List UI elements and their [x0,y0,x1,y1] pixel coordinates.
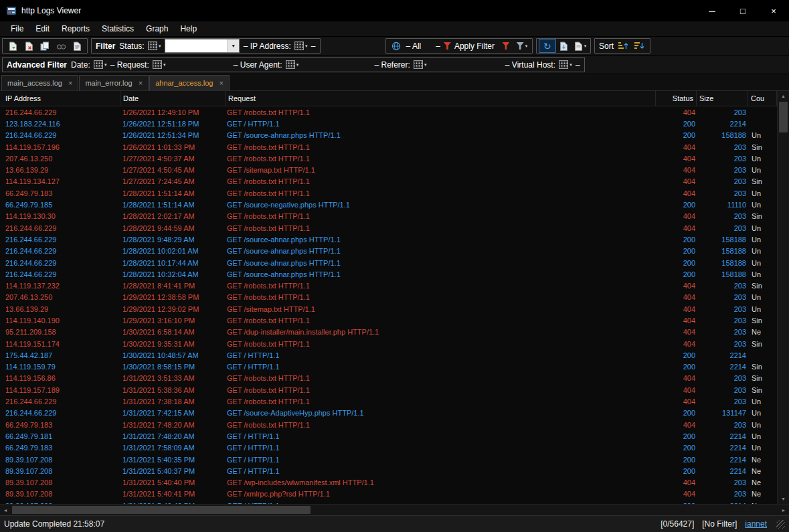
menu-edit[interactable]: Edit [29,23,56,35]
cell-ip: 216.244.66.229 [0,108,120,116]
table-row[interactable]: 13.66.139.291/29/2021 12:39:02 PMGET /si… [0,303,777,315]
tab-close-icon[interactable]: × [139,79,143,87]
ip-filter-picker-button[interactable]: ▾ [293,39,309,52]
minimize-button[interactable]: ─ [697,0,727,21]
scroll-down-button[interactable]: ▼ [778,494,789,504]
open-log-button[interactable] [5,39,21,52]
table-row[interactable]: 114.119.140.1901/29/2021 3:16:10 PMGET /… [0,315,777,326]
menu-help[interactable]: Help [174,23,203,35]
tab-close-icon[interactable]: × [219,79,223,87]
clear-filter-button[interactable] [498,39,514,52]
tab-main-error-log[interactable]: main_error.log× [79,75,149,90]
table-row[interactable]: 89.39.107.2081/31/2021 5:40:35 PMGET / H… [0,454,777,465]
scroll-left-button[interactable]: ◄ [0,508,11,513]
menu-file[interactable]: File [5,23,29,35]
date-filter-picker-button[interactable]: ▾ [92,58,108,71]
table-row[interactable]: 216.244.66.2291/28/2021 9:44:59 AMGET /r… [0,222,777,234]
filter-options-button[interactable]: ▾ [514,39,530,52]
tab-main-access-log[interactable]: main_access.log× [1,75,78,90]
report-menu-button[interactable]: ▾ [572,39,588,52]
table-row[interactable]: 175.44.42.1871/30/2021 10:48:57 AMGET / … [0,349,777,361]
export-log-button[interactable] [69,39,85,52]
table-row[interactable]: 216.244.66.2291/28/2021 9:48:29 AMGET /s… [0,234,777,245]
auto-refresh-toggle-button[interactable]: ↻ [539,39,556,53]
table-row[interactable]: 89.39.107.2081/31/2021 5:40:43 PMGET / H… [0,500,777,504]
status-filter-combobox[interactable]: ▼ [165,39,240,53]
table-row[interactable]: 89.39.107.2081/31/2021 5:40:41 PMGET /xm… [0,489,777,500]
cell-date: 1/31/2021 3:51:33 AM [120,374,224,382]
request-filter-picker-button[interactable]: ▾ [151,58,167,71]
table-row[interactable]: 216.244.66.2291/26/2021 12:49:10 PMGET /… [0,106,777,118]
table-row[interactable]: 216.244.66.2291/28/2021 10:02:01 AMGET /… [0,246,777,257]
merge-logs-button[interactable] [37,39,53,52]
column-header-status[interactable]: Status [656,91,697,106]
table-row[interactable]: 114.119.151.1741/30/2021 9:35:31 AMGET /… [0,338,777,349]
tab-close-icon[interactable]: × [68,79,72,87]
table-row[interactable]: 216.244.66.2291/28/2021 10:17:44 AMGET /… [0,257,777,268]
sort-descending-button[interactable] [632,39,648,52]
view-log-button[interactable] [53,39,69,52]
vertical-scrollbar-thumb[interactable] [779,102,788,132]
tab-ahnar-access-log[interactable]: ahnar_access.log× [149,75,230,90]
referer-filter-picker-button[interactable]: ▾ [412,58,428,71]
user-agent-filter-picker-button[interactable]: ▾ [284,58,300,71]
close-button[interactable]: × [758,0,789,21]
resize-grip[interactable] [776,520,785,529]
table-row[interactable]: 123.183.224.1161/26/2021 12:51:18 PMGET … [0,118,777,129]
sort-ascending-button[interactable] [616,39,632,52]
cell-request: GET /xmlrpc.php?rsd HTTP/1.1 [224,490,658,498]
vertical-scrollbar-track[interactable] [778,101,789,494]
table-row[interactable]: 207.46.13.2501/29/2021 12:38:58 PMGET /r… [0,292,777,303]
tail-log-button[interactable] [556,39,572,52]
table-row[interactable]: 89.39.107.2081/31/2021 5:40:37 PMGET / H… [0,465,777,476]
table-row[interactable]: 114.119.157.1961/26/2021 1:01:33 PMGET /… [0,141,777,153]
apply-filter-button[interactable]: Apply Filter [442,39,498,52]
column-header-date[interactable]: Date [120,91,226,106]
table-row[interactable]: 89.39.107.2081/31/2021 5:40:40 PMGET /wp… [0,477,777,489]
scroll-up-button[interactable]: ▲ [778,91,789,101]
scope-button[interactable] [388,39,404,52]
maximize-button[interactable]: □ [727,0,758,21]
virtual-host-filter-picker-button[interactable]: ▾ [557,58,574,71]
table-row[interactable]: 66.249.79.1831/31/2021 7:58:09 AMGET / H… [0,442,777,454]
scroll-right-button[interactable]: ► [778,508,789,513]
table-row[interactable]: 95.211.209.1581/30/2021 6:58:14 AMGET /d… [0,327,777,338]
combobox-dropdown-button[interactable]: ▼ [228,39,239,52]
table-row[interactable]: 216.244.66.2291/26/2021 12:51:34 PMGET /… [0,130,777,141]
horizontal-scrollbar-track[interactable] [11,505,778,515]
menu-graph[interactable]: Graph [140,23,174,35]
table-row[interactable]: 13.66.139.291/27/2021 4:50:45 AMGET /sit… [0,164,777,175]
horizontal-scrollbar[interactable]: ◄ ► [0,504,789,515]
remove-log-button[interactable] [21,39,37,52]
table-row[interactable]: 114.119.159.791/30/2021 8:58:15 PMGET / … [0,361,777,373]
column-header-request[interactable]: Request [226,91,656,106]
status-filter-picker-button[interactable]: ▾ [147,39,163,52]
horizontal-scrollbar-thumb[interactable] [12,506,311,514]
table-row[interactable]: 207.46.13.2501/27/2021 4:50:37 AMGET /ro… [0,153,777,164]
column-header-country[interactable]: Cou [748,91,777,106]
table-row[interactable]: 216.244.66.2291/31/2021 7:42:15 AMGET /s… [0,408,777,419]
vertical-scrollbar[interactable]: ▲ ▼ [777,91,789,504]
table-row[interactable]: 66.249.79.1831/28/2021 1:51:14 AMGET /ro… [0,187,777,199]
table-row[interactable]: 114.119.156.861/31/2021 3:51:33 AMGET /r… [0,373,777,384]
menu-statistics[interactable]: Statistics [96,23,140,35]
table-row[interactable]: 114.119.157.1891/31/2021 5:38:36 AMGET /… [0,384,777,395]
menu-reports[interactable]: Reports [56,23,96,35]
cell-ip: 114.119.157.189 [0,386,120,394]
column-header-ip-address[interactable]: IP Address [0,91,120,106]
table-row[interactable]: 114.119.130.301/28/2021 2:02:17 AMGET /r… [0,211,777,222]
log-table: IP Address Date Request Status Size Cou … [0,91,789,504]
table-row[interactable]: 216.244.66.2291/31/2021 7:38:18 AMGET /r… [0,395,777,407]
referer-filter-label: – Referer: [372,60,412,70]
column-header-size[interactable]: Size [697,91,748,106]
table-row[interactable]: 66.249.79.1811/31/2021 7:48:20 AMGET / H… [0,430,777,442]
tab-label: main_access.log [7,79,62,87]
table-row[interactable]: 114.119.134.1271/27/2021 7:24:45 AMGET /… [0,176,777,187]
table-row[interactable]: 66.249.79.1851/28/2021 1:51:14 AMGET /so… [0,199,777,210]
file-buttons-group [2,38,88,54]
table-row[interactable]: 66.249.79.1831/31/2021 7:48:20 AMGET /ro… [0,419,777,430]
iannet-link[interactable]: iannet [745,519,767,529]
sort-descending-icon [634,41,644,50]
table-row[interactable]: 114.119.137.2321/28/2021 8:41:41 PMGET /… [0,280,777,291]
table-row[interactable]: 216.244.66.2291/28/2021 10:32:04 AMGET /… [0,268,777,280]
